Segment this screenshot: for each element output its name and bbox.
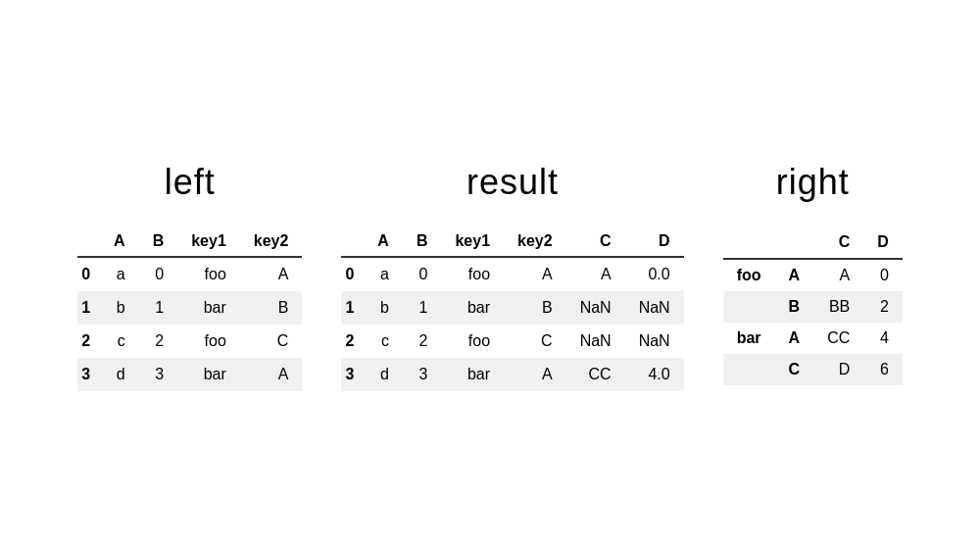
left-col-header-key2: key2 xyxy=(240,226,303,257)
result-cell-B: 0 xyxy=(403,257,442,291)
left-cell-A: b xyxy=(100,291,139,325)
left-cell-key1: bar xyxy=(177,291,240,325)
left-row-0: 0 a 0 foo A xyxy=(77,257,302,291)
result-cell-idx: 0 xyxy=(341,257,364,291)
result-cell-A: a xyxy=(364,257,403,291)
right-col-header-idx1 xyxy=(723,226,775,259)
right-row-3: C D 6 xyxy=(723,354,903,385)
result-cell-D: 0.0 xyxy=(625,257,684,291)
right-cell-idx2: B xyxy=(775,291,814,323)
result-cell-key1: bar xyxy=(441,358,504,391)
result-cell-key1: foo xyxy=(441,257,504,291)
result-cell-B: 2 xyxy=(403,325,442,358)
result-cell-idx: 3 xyxy=(341,358,364,391)
right-cell-D: 6 xyxy=(863,354,903,385)
result-cell-B: 1 xyxy=(403,291,442,325)
left-col-header-key1: key1 xyxy=(177,226,240,257)
right-section: right C D foo A A 0 B BB 2 bar A CC xyxy=(723,162,903,385)
result-col-header-A: A xyxy=(364,226,403,257)
right-cell-D: 4 xyxy=(863,323,903,354)
result-cell-D: NaN xyxy=(625,325,684,358)
result-col-header-D: D xyxy=(625,226,684,257)
result-cell-D: 4.0 xyxy=(625,358,684,391)
result-cell-A: d xyxy=(364,358,403,391)
result-cell-D: NaN xyxy=(625,291,684,325)
result-row-1: 1 b 1 bar B NaN NaN xyxy=(341,291,683,325)
right-cell-idx1 xyxy=(723,354,775,385)
right-cell-D: 2 xyxy=(863,291,903,323)
result-cell-idx: 2 xyxy=(341,325,364,358)
left-cell-key2: A xyxy=(240,257,303,291)
result-title: result xyxy=(466,162,559,203)
left-cell-idx: 1 xyxy=(77,291,100,325)
left-cell-B: 2 xyxy=(139,325,178,358)
left-cell-key2: C xyxy=(240,325,303,358)
result-cell-C: CC xyxy=(566,358,625,391)
page-container: left A B key1 key2 0 a 0 foo A 1 b 1 bar xyxy=(58,142,922,411)
right-cell-idx1: bar xyxy=(723,323,775,354)
left-row-2: 2 c 2 foo C xyxy=(77,325,302,358)
left-col-header-idx xyxy=(77,226,100,257)
result-col-header-key2: key2 xyxy=(504,226,566,257)
result-cell-C: NaN xyxy=(566,291,625,325)
result-table: A B key1 key2 C D 0 a 0 foo A A 0.0 1 b … xyxy=(341,226,683,391)
right-row-2: bar A CC 4 xyxy=(723,323,903,354)
result-col-header-key1: key1 xyxy=(441,226,504,257)
result-col-header-idx xyxy=(341,226,364,257)
result-section: result A B key1 key2 C D 0 a 0 foo A A 0… xyxy=(341,162,683,391)
left-cell-A: a xyxy=(100,257,139,291)
right-cell-D: 0 xyxy=(863,259,903,291)
left-cell-idx: 0 xyxy=(77,257,100,291)
result-row-0: 0 a 0 foo A A 0.0 xyxy=(341,257,683,291)
result-row-3: 3 d 3 bar A CC 4.0 xyxy=(341,358,683,391)
result-cell-A: b xyxy=(364,291,403,325)
result-cell-idx: 1 xyxy=(341,291,364,325)
result-cell-key2: B xyxy=(504,291,566,325)
left-cell-idx: 2 xyxy=(77,325,100,358)
result-cell-key1: bar xyxy=(441,291,504,325)
result-header-row: A B key1 key2 C D xyxy=(341,226,683,257)
left-cell-key2: A xyxy=(240,358,303,391)
left-cell-B: 0 xyxy=(139,257,178,291)
left-cell-B: 3 xyxy=(139,358,178,391)
left-col-header-A: A xyxy=(100,226,139,257)
right-cell-C: D xyxy=(813,354,863,385)
left-cell-key1: foo xyxy=(177,325,240,358)
left-row-3: 3 d 3 bar A xyxy=(77,358,302,391)
right-cell-C: CC xyxy=(813,323,863,354)
result-row-2: 2 c 2 foo C NaN NaN xyxy=(341,325,683,358)
right-col-header-C: C xyxy=(813,226,863,259)
right-cell-idx1: foo xyxy=(723,259,775,291)
left-cell-A: c xyxy=(100,325,139,358)
left-table: A B key1 key2 0 a 0 foo A 1 b 1 bar B 2 … xyxy=(77,226,302,391)
result-col-header-C: C xyxy=(566,226,625,257)
result-cell-key2: A xyxy=(504,257,566,291)
result-cell-C: A xyxy=(566,257,625,291)
left-section: left A B key1 key2 0 a 0 foo A 1 b 1 bar xyxy=(77,162,302,391)
result-cell-key2: C xyxy=(504,325,566,358)
right-col-header-D: D xyxy=(863,226,903,259)
left-col-header-B: B xyxy=(139,226,178,257)
right-header-row: C D xyxy=(723,226,903,259)
left-cell-key1: bar xyxy=(177,358,240,391)
result-col-header-B: B xyxy=(403,226,442,257)
left-cell-key2: B xyxy=(240,291,303,325)
right-table: C D foo A A 0 B BB 2 bar A CC 4 C D 6 xyxy=(723,226,903,385)
right-cell-C: BB xyxy=(813,291,863,323)
right-col-header-idx2 xyxy=(775,226,814,259)
right-cell-idx1 xyxy=(723,291,775,323)
right-row-0: foo A A 0 xyxy=(723,259,903,291)
left-cell-B: 1 xyxy=(139,291,178,325)
right-cell-C: A xyxy=(813,259,863,291)
left-title: left xyxy=(165,162,216,203)
right-cell-idx2: A xyxy=(775,323,814,354)
result-cell-key1: foo xyxy=(441,325,504,358)
right-cell-idx2: C xyxy=(775,354,814,385)
left-row-1: 1 b 1 bar B xyxy=(77,291,302,325)
result-cell-A: c xyxy=(364,325,403,358)
left-cell-A: d xyxy=(100,358,139,391)
left-header-row: A B key1 key2 xyxy=(77,226,302,257)
right-title: right xyxy=(776,162,850,203)
result-cell-key2: A xyxy=(504,358,566,391)
left-cell-key1: foo xyxy=(177,257,240,291)
